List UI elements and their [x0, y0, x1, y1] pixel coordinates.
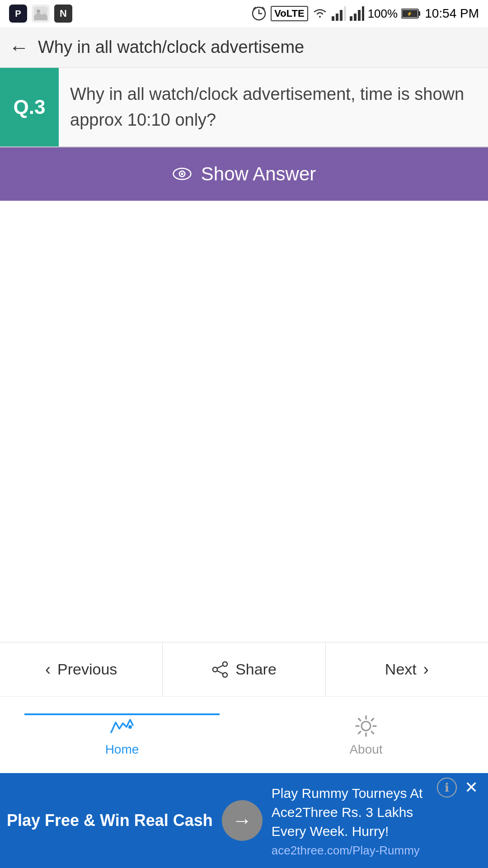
ad-arrow-button[interactable]: →: [222, 800, 263, 841]
header: ← Why in all watch/clock advertiseme: [0, 27, 488, 68]
svg-point-24: [223, 673, 227, 677]
status-bar-left: P N: [9, 5, 72, 23]
previous-label: Previous: [57, 660, 117, 678]
svg-rect-12: [354, 14, 357, 21]
battery-text: 100%: [368, 7, 398, 21]
share-label: Share: [235, 660, 277, 678]
ad-sub-text: ace2three.com/Play-Rummy: [272, 844, 428, 858]
share-icon: [211, 661, 229, 678]
show-answer-label: Show Answer: [201, 163, 316, 185]
home-tab-label: Home: [105, 742, 139, 757]
previous-arrow-icon: ‹: [45, 660, 51, 679]
question-card: Q.3 Why in all watch/clock advertisement…: [0, 68, 488, 147]
svg-point-27: [128, 725, 132, 729]
gallery-icon: [32, 5, 50, 23]
paytm-icon: P: [9, 5, 27, 23]
svg-rect-14: [362, 6, 364, 21]
show-answer-button[interactable]: Show Answer: [0, 147, 488, 201]
svg-rect-13: [358, 10, 361, 21]
bottom-nav: ‹ Previous Share Next ›: [0, 642, 488, 696]
signal2-icon: [350, 6, 364, 21]
next-button[interactable]: Next ›: [326, 642, 488, 696]
tab-about[interactable]: About: [244, 713, 488, 757]
content-area: [0, 201, 488, 617]
battery-icon: ⚡: [401, 8, 421, 19]
ad-main-text: Play Rummy Tourneys At Ace2Three Rs. 3 L…: [272, 784, 428, 841]
ad-close-button[interactable]: ✕: [461, 778, 481, 797]
svg-rect-11: [350, 16, 352, 21]
eye-icon: [172, 164, 192, 184]
status-bar-right: VoLTE 100% ⚡ 10:54 PM: [251, 5, 479, 22]
svg-line-26: [217, 671, 223, 674]
svg-point-28: [361, 722, 371, 731]
status-bar: P N VoLTE 100% ⚡ 10:54 PM: [0, 0, 488, 27]
ad-controls: ℹ ✕: [437, 773, 481, 797]
next-arrow-icon: ›: [423, 660, 429, 679]
n-icon: N: [54, 5, 72, 23]
svg-rect-16: [418, 11, 420, 16]
svg-point-22: [223, 662, 227, 666]
back-button[interactable]: ←: [9, 36, 29, 59]
ad-banner: Play Free & Win Real Cash → Play Rummy T…: [0, 773, 488, 868]
svg-rect-10: [344, 6, 346, 21]
ad-arrow-icon: →: [232, 809, 252, 832]
wifi-icon: [312, 7, 328, 20]
svg-rect-9: [340, 10, 343, 21]
question-number: Q.3: [14, 96, 46, 118]
home-activity-icon: [109, 713, 135, 739]
settings-icon: [353, 713, 379, 739]
question-text: Why in all watch/clock advertisement, ti…: [59, 68, 488, 146]
svg-rect-7: [332, 16, 334, 21]
about-tab-label: About: [349, 742, 382, 757]
signal-icon: [332, 6, 346, 21]
tab-home[interactable]: Home: [0, 713, 244, 757]
header-title: Why in all watch/clock advertiseme: [38, 38, 304, 57]
ad-right-text: Play Rummy Tourneys At Ace2Three Rs. 3 L…: [272, 784, 428, 858]
ad-info-button[interactable]: ℹ: [437, 778, 457, 797]
ad-left-text: Play Free & Win Real Cash: [7, 810, 213, 831]
svg-rect-8: [336, 14, 338, 21]
volte-badge: VoLTE: [271, 6, 308, 21]
svg-line-25: [217, 665, 223, 668]
tab-bar: Home About: [0, 696, 488, 773]
next-label: Next: [385, 660, 417, 678]
svg-point-23: [213, 667, 217, 672]
previous-button[interactable]: ‹ Previous: [0, 642, 163, 696]
svg-point-21: [181, 173, 183, 175]
alarm-icon: [251, 5, 267, 22]
share-button[interactable]: Share: [163, 642, 325, 696]
svg-text:⚡: ⚡: [407, 11, 413, 17]
question-number-box: Q.3: [0, 68, 59, 146]
time-display: 10:54 PM: [425, 6, 479, 21]
